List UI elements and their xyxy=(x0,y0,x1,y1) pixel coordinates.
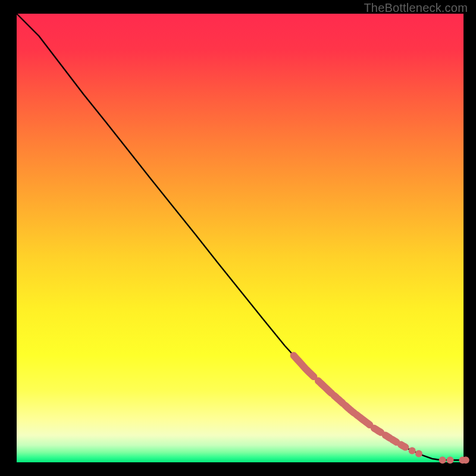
curve-layer xyxy=(0,0,476,476)
highlight-dot xyxy=(462,456,469,464)
highlight-segment xyxy=(345,405,354,413)
attribution-text: TheBottleneck.com xyxy=(364,1,468,15)
highlight-segment xyxy=(318,381,332,393)
highlight-segment xyxy=(392,439,397,442)
highlight-segment xyxy=(334,396,343,403)
highlight-dots xyxy=(409,447,469,464)
highlight-dot xyxy=(439,456,446,464)
bottleneck-curve xyxy=(17,14,464,460)
highlight-segment xyxy=(294,356,314,377)
highlight-segment xyxy=(374,428,381,433)
highlight-segment xyxy=(401,444,406,447)
chart-root: { "attribution": "TheBottleneck.com", "p… xyxy=(0,0,476,476)
highlight-segments xyxy=(294,356,406,447)
highlight-dot xyxy=(409,447,416,455)
highlight-dot xyxy=(447,456,454,464)
highlight-segment xyxy=(356,415,370,425)
highlight-dot xyxy=(415,450,422,457)
